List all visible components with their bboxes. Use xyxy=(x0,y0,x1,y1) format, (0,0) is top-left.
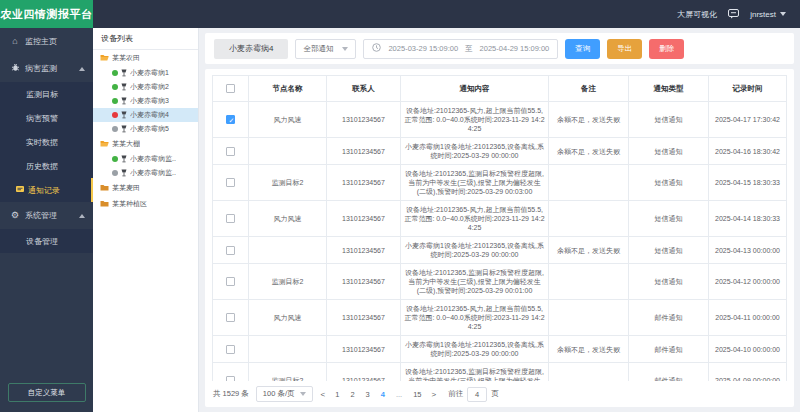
sidebar-item-pest-warning[interactable]: 病害预警 xyxy=(0,106,93,130)
device-icon xyxy=(121,111,127,120)
device-icon xyxy=(121,125,127,134)
page-ellipsis[interactable]: ... xyxy=(394,390,404,399)
custom-menu-button[interactable]: 自定义菜单 xyxy=(8,383,86,402)
device-icon xyxy=(121,83,127,92)
device-tree-panel: 设备列表 某某农田 小麦赤霉病1 小麦赤霉病2 小麦赤霉病3 xyxy=(93,28,199,412)
table-header-row: 节点名称 联系人 通知内容 备注 通知类型 记录时间 xyxy=(213,76,787,102)
table-row: 风力风速 13101234567 设备地址:21012365-风力,超上限当前值… xyxy=(213,102,787,138)
clock-icon xyxy=(372,43,381,54)
sidebar-item-monitor-target[interactable]: 监测目标 xyxy=(0,82,93,106)
col-content: 通知内容 xyxy=(401,76,549,102)
notification-icon xyxy=(16,186,24,195)
next-page-button[interactable]: > xyxy=(431,390,438,399)
caret-up-icon xyxy=(79,67,85,71)
device-icon xyxy=(121,169,127,178)
select-all-checkbox[interactable] xyxy=(226,84,235,93)
tree-folder-greenhouse[interactable]: 某某大棚 xyxy=(93,136,198,152)
goto-label: 前往 xyxy=(448,389,463,399)
date-range-picker[interactable]: 2025-03-29 15:09:00 至 2025-04-29 15:09:0… xyxy=(363,39,558,59)
device-icon xyxy=(121,97,127,106)
app-window: 农业四情测报平台 大屏可视化 jnrstest ⌂ 监控主页 病害监测 xyxy=(0,0,800,412)
page-3[interactable]: 3 xyxy=(364,390,372,399)
chevron-down-icon xyxy=(780,12,786,16)
row-checkbox[interactable] xyxy=(226,115,235,124)
col-time: 记录时间 xyxy=(709,76,787,102)
page-size-select[interactable]: 100 条/页 xyxy=(256,386,313,402)
row-checkbox[interactable] xyxy=(226,178,235,187)
sidebar-item-history-data[interactable]: 历史数据 xyxy=(0,154,93,178)
message-icon[interactable] xyxy=(728,9,739,19)
prev-page-button[interactable]: < xyxy=(320,390,327,399)
tree-folder-wheatfield[interactable]: 某某麦田 xyxy=(93,180,198,196)
total-count: 共 1529 条 xyxy=(213,389,249,399)
sidebar-item-realtime-data[interactable]: 实时数据 xyxy=(0,130,93,154)
app-logo: 农业四情测报平台 xyxy=(0,0,93,28)
device-list-title: 设备列表 xyxy=(93,28,198,50)
page-last[interactable]: 15 xyxy=(411,390,423,399)
col-type: 通知类型 xyxy=(629,76,709,102)
tree-node-device[interactable]: 小麦赤霉病5 xyxy=(93,122,198,136)
tree-node-device[interactable]: 小麦赤霉病监.. xyxy=(93,152,198,166)
table-row: 风力风速 13101234567 设备地址:21012365-风力,超上限当前值… xyxy=(213,300,787,336)
filter-toolbar: 小麦赤霉病4 全部通知 2025-03-29 15:09:00 至 2025-0… xyxy=(205,33,794,64)
row-checkbox[interactable] xyxy=(226,147,235,156)
row-checkbox[interactable] xyxy=(226,246,235,255)
row-checkbox[interactable] xyxy=(226,376,235,381)
device-icon xyxy=(121,69,127,78)
goto-page-input[interactable] xyxy=(467,387,487,402)
tree-node-device[interactable]: 小麦赤霉病3 xyxy=(93,94,198,108)
pest-submenu: 监测目标 病害预警 实时数据 历史数据 通知记录 xyxy=(0,82,93,202)
home-icon: ⌂ xyxy=(10,37,20,46)
table-row: 13101234567 小麦赤霉病1设备地址:21012365,设备离线,系统时… xyxy=(213,237,787,264)
status-online-dot xyxy=(112,156,118,162)
export-button[interactable]: 导出 xyxy=(607,39,642,59)
tree-folder-farm[interactable]: 某某农田 xyxy=(93,50,198,66)
tree-node-device-selected[interactable]: 小麦赤霉病4 xyxy=(93,108,198,122)
gear-icon: ⚙ xyxy=(10,211,20,220)
table-row: 13101234567 小麦赤霉病1设备地址:21012365,设备离线,系统时… xyxy=(213,336,787,363)
user-menu[interactable]: jnrstest xyxy=(750,10,786,19)
pagination-bar: 共 1529 条 100 条/页 < 1 2 3 4 ... 15 > 前往 xyxy=(212,381,787,407)
row-checkbox[interactable] xyxy=(226,214,235,223)
col-node-name: 节点名称 xyxy=(249,76,327,102)
table-row: 监测目标2 13101234567 设备地址:21012365,监测目标2预警程… xyxy=(213,264,787,300)
system-submenu: 设备管理 xyxy=(0,229,93,253)
table-row: 监测目标2 13101234567 设备地址:21012365,监测目标2预警程… xyxy=(213,165,787,201)
row-checkbox[interactable] xyxy=(226,277,235,286)
delete-button[interactable]: 删除 xyxy=(649,39,684,59)
caret-up-icon xyxy=(79,214,85,218)
tree-folder-plantation[interactable]: 某某种植区 xyxy=(93,196,198,212)
tree-node-device[interactable]: 小麦赤霉病2 xyxy=(93,80,198,94)
notify-type-select[interactable]: 全部通知 xyxy=(295,39,356,59)
sidebar-item-notification-records[interactable]: 通知记录 xyxy=(0,178,93,202)
chevron-down-icon xyxy=(342,47,348,51)
query-button[interactable]: 查询 xyxy=(565,39,600,59)
sidebar-item-pest-monitor[interactable]: 病害监测 xyxy=(0,55,93,82)
pest-monitor-icon xyxy=(10,63,20,74)
date-separator: 至 xyxy=(465,44,473,54)
page-current[interactable]: 4 xyxy=(379,390,387,399)
row-checkbox[interactable] xyxy=(226,313,235,322)
status-online-dot xyxy=(112,98,118,104)
chevron-down-icon xyxy=(300,392,306,396)
tree-node-device[interactable]: 小麦赤霉病1 xyxy=(93,66,198,80)
sidebar-item-device-manage[interactable]: 设备管理 xyxy=(0,229,93,253)
sidebar-item-system-manage[interactable]: ⚙ 系统管理 xyxy=(0,202,93,229)
date-end[interactable]: 2025-04-29 15:09:00 xyxy=(480,44,550,53)
page-1[interactable]: 1 xyxy=(333,390,341,399)
page-2[interactable]: 2 xyxy=(348,390,356,399)
records-table-card: 节点名称 联系人 通知内容 备注 通知类型 记录时间 风力风速 xyxy=(205,69,794,407)
table-row: 风力风速 13101234567 设备地址:21012365-风力,超上限当前值… xyxy=(213,201,787,237)
main-content: 小麦赤霉病4 全部通知 2025-03-29 15:09:00 至 2025-0… xyxy=(199,28,800,412)
date-start[interactable]: 2025-03-29 15:09:00 xyxy=(388,44,458,53)
table-row: 13101234567 小麦赤霉病1设备地址:21012365,设备离线,系统时… xyxy=(213,138,787,165)
col-remark: 备注 xyxy=(549,76,629,102)
status-offline-dot xyxy=(112,126,118,132)
sidebar-item-home[interactable]: ⌂ 监控主页 xyxy=(0,28,93,55)
tree-node-device[interactable]: 小麦赤霉病监.. xyxy=(93,166,198,180)
big-screen-link[interactable]: 大屏可视化 xyxy=(677,9,717,20)
status-offline-dot xyxy=(112,170,118,176)
row-checkbox[interactable] xyxy=(226,345,235,354)
status-alarm-dot xyxy=(112,112,118,118)
table-row: 监测目标2 13101234567 设备地址:21012365,监测目标2预警程… xyxy=(213,363,787,382)
